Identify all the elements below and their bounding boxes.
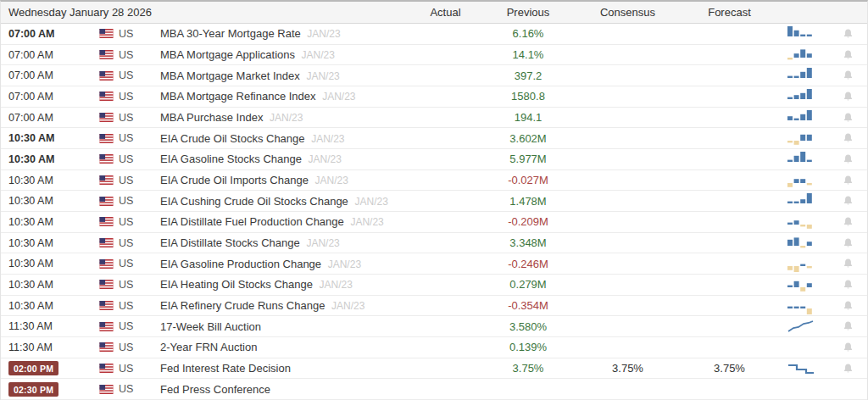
- event-name-link[interactable]: EIA Distillate Stocks Change: [160, 236, 300, 249]
- event-time-label: 02:30 PM: [8, 382, 58, 397]
- country-cell: US: [94, 69, 160, 81]
- event-name-link[interactable]: EIA Distillate Fuel Production Change: [160, 215, 344, 228]
- country-code: US: [119, 363, 133, 375]
- alert-bell-icon[interactable]: [828, 279, 867, 291]
- us-flag-icon: [99, 217, 114, 226]
- sparkline-chart-icon[interactable]: [774, 67, 828, 84]
- event-cell: EIA Cushing Crude Oil Stocks Change JAN/…: [160, 195, 405, 208]
- alert-bell-icon[interactable]: [828, 175, 867, 186]
- country-code: US: [119, 237, 133, 249]
- sparkline-chart-icon[interactable]: [774, 276, 828, 293]
- alert-bell-icon[interactable]: [828, 320, 867, 332]
- alert-bell-icon[interactable]: [828, 237, 867, 249]
- event-name-link[interactable]: EIA Crude Oil Imports Change: [160, 174, 309, 186]
- alert-bell-icon[interactable]: [828, 195, 867, 207]
- country-cell: US: [94, 279, 160, 291]
- sparkline-chart-icon[interactable]: [774, 172, 828, 189]
- us-flag-icon: [99, 154, 114, 164]
- event-time-label: 07:00 AM: [8, 49, 53, 61]
- event-time-label: 10:30 AM: [8, 279, 53, 291]
- event-reference-period: JAN/23: [311, 133, 344, 145]
- us-flag-icon: [99, 342, 114, 352]
- event-name-link[interactable]: EIA Heating Oil Stocks Change: [160, 278, 313, 291]
- event-name-link[interactable]: EIA Crude Oil Stocks Change: [160, 132, 305, 145]
- event-name-link[interactable]: 2-Year FRN Auction: [160, 341, 257, 353]
- event-name-link[interactable]: EIA Gasoline Production Change: [160, 258, 321, 270]
- sparkline-chart-icon[interactable]: [774, 25, 828, 42]
- alert-bell-icon[interactable]: [828, 216, 867, 228]
- country-code: US: [119, 216, 133, 228]
- event-reference-period: JAN/23: [331, 300, 364, 312]
- table-row: 10:30 AM US EIA Heating Oil Stocks Chang…: [1, 275, 867, 296]
- previous-value: 14.1%: [486, 48, 570, 61]
- table-body: 07:00 AM US MBA 30-Year Mortgage Rate JA…: [1, 24, 867, 400]
- previous-value: 3.75%: [486, 362, 570, 375]
- alert-bell-icon[interactable]: [828, 258, 867, 269]
- event-reference-period: JAN/23: [322, 91, 355, 103]
- event-time-label: 07:00 AM: [8, 112, 53, 124]
- alert-bell-icon[interactable]: [828, 28, 867, 40]
- sparkline-chart-icon[interactable]: [774, 151, 828, 168]
- us-flag-icon: [99, 301, 114, 310]
- event-name-link[interactable]: EIA Gasoline Stocks Change: [160, 153, 302, 165]
- event-cell: 2-Year FRN Auction: [160, 341, 405, 353]
- alert-bell-icon[interactable]: [828, 342, 867, 353]
- event-name-link[interactable]: MBA 30-Year Mortgage Rate: [160, 27, 301, 40]
- event-time-label: 10:30 AM: [8, 175, 53, 186]
- event-name-link[interactable]: EIA Refinery Crude Runs Change: [160, 299, 325, 312]
- country-cell: US: [94, 320, 160, 332]
- previous-value: 5.977M: [486, 153, 570, 165]
- us-flag-icon: [99, 134, 114, 143]
- us-flag-icon: [99, 280, 114, 289]
- alert-bell-icon[interactable]: [828, 363, 867, 375]
- us-flag-icon: [99, 197, 114, 206]
- alert-bell-icon[interactable]: [828, 49, 867, 61]
- sparkline-chart-icon[interactable]: [774, 235, 828, 252]
- event-name-link[interactable]: 17-Week Bill Auction: [160, 320, 261, 333]
- event-time: 07:00 AM: [1, 69, 94, 81]
- alert-bell-icon[interactable]: [828, 112, 867, 124]
- alert-bell-icon[interactable]: [828, 69, 867, 81]
- previous-value: 3.580%: [486, 320, 570, 333]
- event-time: 10:30 AM: [1, 258, 94, 269]
- sparkline-chart-icon[interactable]: [774, 255, 828, 272]
- sparkline-chart-icon[interactable]: [774, 47, 828, 64]
- sparkline-chart-icon[interactable]: [774, 88, 828, 105]
- sparkline-chart-icon[interactable]: [774, 360, 828, 377]
- event-name-link[interactable]: Fed Press Conference: [160, 383, 270, 396]
- country-cell: US: [94, 175, 160, 186]
- country-cell: US: [94, 195, 160, 207]
- event-time-label: 02:00 PM: [8, 361, 58, 375]
- event-time: 10:30 AM: [1, 175, 94, 186]
- event-name-link[interactable]: Fed Interest Rate Decision: [160, 362, 291, 375]
- event-name-link[interactable]: MBA Mortgage Applications: [160, 48, 295, 61]
- sparkline-chart-icon[interactable]: [774, 214, 828, 231]
- country-cell: US: [94, 383, 160, 395]
- event-name-link[interactable]: EIA Cushing Crude Oil Stocks Change: [160, 195, 348, 208]
- sparkline-chart-icon[interactable]: [774, 109, 828, 126]
- country-code: US: [119, 258, 133, 269]
- event-time-label: 10:30 AM: [8, 216, 53, 228]
- table-row: 10:30 AM US EIA Crude Oil Imports Change…: [1, 170, 867, 192]
- alert-bell-icon[interactable]: [828, 300, 867, 312]
- sparkline-chart-icon[interactable]: [774, 192, 828, 209]
- country-cell: US: [94, 153, 160, 165]
- previous-value: 397.2: [486, 69, 570, 82]
- event-name-link[interactable]: MBA Mortgage Refinance Index: [160, 90, 316, 103]
- table-row: 07:00 AM US MBA Mortgage Market Index JA…: [1, 65, 867, 86]
- us-flag-icon: [99, 29, 114, 38]
- event-name-link[interactable]: MBA Mortgage Market Index: [160, 69, 300, 82]
- sparkline-chart-icon[interactable]: [774, 130, 828, 147]
- event-reference-period: JAN/23: [320, 279, 353, 291]
- alert-bell-icon[interactable]: [828, 132, 867, 144]
- country-cell: US: [94, 258, 160, 269]
- country-cell: US: [94, 363, 160, 375]
- event-cell: Fed Interest Rate Decision: [160, 362, 405, 375]
- alert-bell-icon[interactable]: [828, 153, 867, 165]
- alert-bell-icon[interactable]: [828, 91, 867, 103]
- sparkline-chart-icon[interactable]: [774, 318, 828, 335]
- sparkline-chart-icon[interactable]: [774, 297, 828, 314]
- event-name-link[interactable]: MBA Purchase Index: [160, 111, 263, 124]
- table-row: 10:30 AM US EIA Gasoline Production Chan…: [1, 253, 867, 275]
- event-cell: MBA 30-Year Mortgage Rate JAN/23: [160, 27, 405, 40]
